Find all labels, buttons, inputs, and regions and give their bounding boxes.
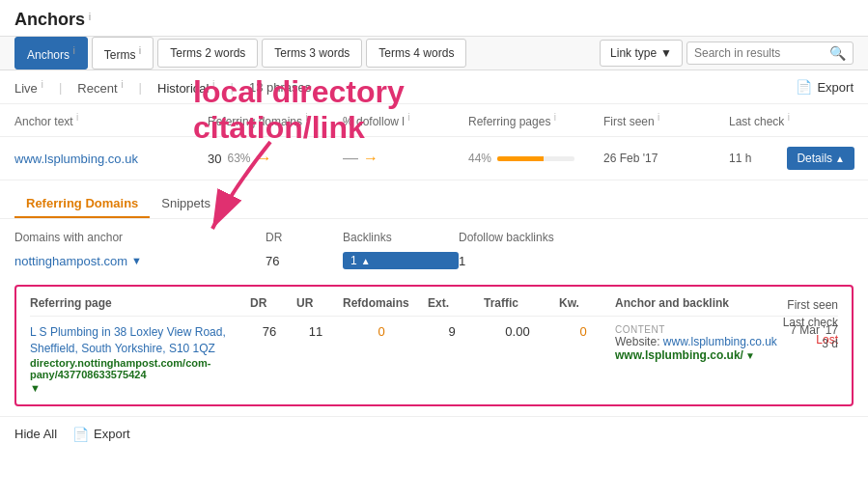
rp-dir-link[interactable]: directory.nottinghampost.com/com-pany/43… — [30, 357, 242, 380]
dofollow-dash: — — [343, 150, 358, 167]
page-title-info-icon[interactable]: i — [89, 11, 91, 22]
domains-table: Domains with anchor DR Backlinks Dofollo… — [0, 219, 868, 277]
rs-tab-referring[interactable]: Referring Domains — [14, 190, 150, 218]
rp-page-cell: L S Plumbing in 38 Loxley View Road, She… — [30, 324, 242, 395]
ref-domains-arrow: → — [257, 150, 272, 167]
export-bottom-icon: 📄 — [72, 427, 89, 442]
subtab-historical-info[interactable]: i — [212, 78, 214, 90]
tab-terms3[interactable]: Terms 3 words — [262, 39, 362, 68]
th-first-seen: First seen i — [603, 112, 729, 128]
th-fs-info[interactable]: i — [658, 112, 659, 123]
details-button[interactable]: Details ▲ — [787, 147, 854, 170]
dofollow-cell: — → — [343, 150, 468, 167]
export-button[interactable]: 📄 Export — [796, 79, 854, 95]
website-dir-link[interactable]: www.lsplumbing.co.uk/ ▼ — [615, 348, 838, 362]
domain-dr: 76 — [266, 254, 343, 268]
rph-dr: DR — [250, 296, 289, 310]
rp-dates-col: 7 Mar '17 3 d — [790, 296, 838, 350]
website-link[interactable]: www.lsplumbing.co.uk — [663, 335, 777, 348]
search-icon[interactable]: 🔍 — [829, 45, 846, 61]
subtab-recent[interactable]: Recent i — [77, 78, 123, 96]
rs-tab-snippets[interactable]: Snippets — [150, 190, 222, 218]
first-seen-value: 26 Feb '17 — [603, 152, 729, 165]
tab-anchors-info[interactable]: i — [72, 44, 74, 56]
ref-pages-cell: 44% — [468, 152, 603, 165]
rph-ur: UR — [296, 296, 335, 310]
dh-domains: Domains with anchor — [14, 231, 266, 244]
th-rd-info[interactable]: i — [305, 112, 307, 123]
export-bottom-button[interactable]: 📄 Export — [72, 427, 130, 442]
subtab-live-info[interactable]: i — [41, 78, 42, 90]
table-header: Anchor text i Referring domains i % dofo… — [0, 104, 868, 137]
website-dir-chevron[interactable]: ▼ — [745, 350, 755, 361]
hide-all-button[interactable]: Hide All — [14, 427, 57, 441]
export-icon: 📄 — [796, 79, 812, 95]
th-rp-info[interactable]: i — [554, 112, 556, 123]
tab-terms4[interactable]: Terms 4 words — [366, 39, 466, 68]
th-referring-pages: Referring pages i — [468, 112, 603, 128]
rp-page-title[interactable]: L S Plumbing in 38 Loxley View Road, She… — [30, 324, 242, 357]
subtab-historical[interactable]: Historical i — [157, 78, 215, 96]
th-anchor-text: Anchor text i — [14, 112, 208, 128]
page-title: Anchors — [14, 10, 85, 30]
rp-traffic-val: 0.00 — [484, 324, 551, 339]
page-wrapper: Anchors i Anchors i Terms i Terms 2 word… — [0, 0, 868, 452]
rp-dr-val: 76 — [250, 324, 289, 339]
domain-dofollow: 1 — [459, 254, 632, 268]
last-check-value: 11 h — [729, 152, 751, 165]
ref-domains-num: 30 — [208, 152, 221, 166]
last-check-cell: 11 h Details ▲ — [729, 147, 854, 170]
dh-backlinks: Backlinks — [343, 231, 459, 244]
dh-dofollow: Dofollow backlinks — [459, 231, 632, 244]
sub-tab-bar: Live i | Recent i | Historical i | 13 ph… — [0, 70, 868, 104]
search-container: 🔍 — [686, 42, 854, 65]
dh-dr: DR — [266, 231, 343, 244]
chevron-down-icon: ▼ — [660, 46, 672, 60]
rp-data-row: L S Plumbing in 38 Loxley View Road, She… — [30, 324, 838, 395]
search-input[interactable] — [694, 46, 829, 60]
th-df-info[interactable]: i — [407, 112, 409, 123]
rph-ext: Ext. — [428, 296, 476, 310]
subtab-live[interactable]: Live i — [14, 78, 43, 96]
anchor-table-row: www.lsplumbing.co.uk 30 63% → — → 44% 26… — [0, 137, 868, 180]
tab-bar: Anchors i Terms i Terms 2 words Terms 3 … — [0, 37, 868, 70]
badge-up-icon: ▲ — [361, 256, 371, 266]
rp-last-check-val: 3 d — [822, 337, 838, 350]
page-header: Anchors i — [0, 0, 868, 37]
referring-snippet-tabs: Referring Domains Snippets — [0, 180, 868, 219]
rp-kw-val: 0 — [559, 324, 607, 339]
tab-terms-info[interactable]: i — [139, 44, 141, 56]
anchor-text-value[interactable]: www.lsplumbing.co.uk — [14, 152, 208, 166]
rph-refdomains: Refdomains — [343, 296, 420, 310]
th-last-check: Last check i — [729, 112, 854, 128]
domains-table-header: Domains with anchor DR Backlinks Dofollo… — [14, 231, 854, 244]
rp-refdomains-val: 0 — [343, 324, 420, 339]
tab-anchors[interactable]: Anchors i — [14, 37, 88, 69]
rph-traffic: Traffic — [484, 296, 551, 310]
referring-page-section: First seen Last check Lost Referring pag… — [14, 285, 854, 406]
tab-terms2[interactable]: Terms 2 words — [157, 39, 258, 68]
tab-terms[interactable]: Terms i — [92, 37, 154, 69]
subtab-recent-info[interactable]: i — [121, 78, 123, 90]
dofollow-arrow: → — [363, 150, 378, 167]
backlinks-badge[interactable]: 1 ▲ — [343, 252, 459, 269]
phrases-count: 13 phrases — [249, 80, 311, 95]
rp-dir-chevron[interactable]: ▼ — [30, 382, 41, 394]
website-label: Website: — [615, 335, 659, 348]
th-anchor-info[interactable]: i — [76, 112, 78, 123]
ref-domains-pct: 63% — [227, 152, 250, 165]
th-lc-info[interactable]: i — [788, 112, 790, 123]
domain-link[interactable]: nottinghampost.com ▼ — [14, 254, 266, 268]
domain-chevron-icon[interactable]: ▼ — [131, 255, 142, 266]
domains-table-row: nottinghampost.com ▼ 76 1 ▲ 1 — [14, 252, 854, 269]
rp-header: Referring page DR UR Refdomains Ext. Tra… — [30, 296, 838, 317]
details-arrow-icon: ▲ — [835, 153, 845, 164]
rph-kw: Kw. — [559, 296, 607, 310]
link-type-button[interactable]: Link type ▼ — [600, 40, 683, 67]
ref-pages-bar — [497, 156, 574, 161]
ref-domains-cell: 30 63% → — [208, 150, 343, 167]
th-referring-domains: Referring domains i — [208, 112, 343, 128]
rp-ext-val: 9 — [428, 324, 476, 339]
bottom-bar: Hide All 📄 Export — [0, 416, 868, 452]
rph-page: Referring page — [30, 296, 242, 310]
